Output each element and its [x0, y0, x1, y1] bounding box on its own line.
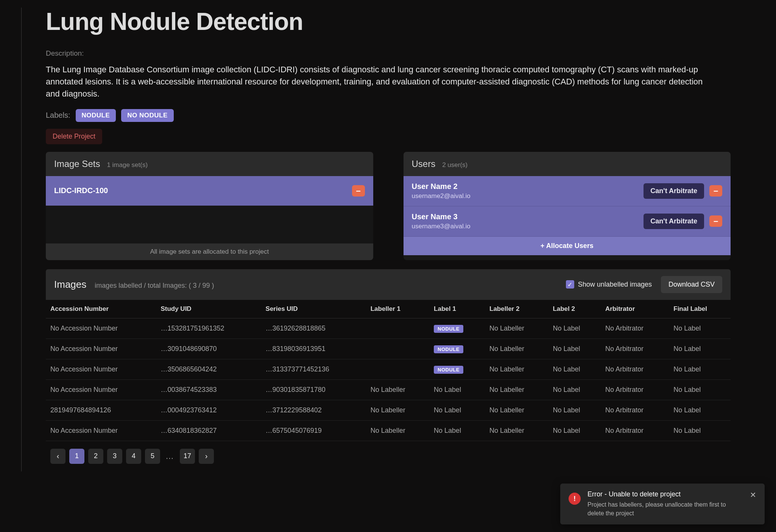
description-body: The Lung Image Database Consortium image…	[22, 64, 703, 100]
table-cell: No Labeller	[485, 318, 548, 339]
images-panel: Images images labelled / total Images: (…	[46, 269, 731, 471]
table-cell: No Accession Number	[46, 359, 156, 379]
table-row[interactable]: No Accession Number…6340818362827…657504…	[46, 420, 731, 441]
table-cell	[366, 359, 429, 379]
table-cell: No Accession Number	[46, 420, 156, 441]
col-study-uid: Study UID	[156, 300, 261, 318]
toast-close-button[interactable]: ✕	[750, 490, 756, 499]
user-email: username3@aival.io	[412, 223, 471, 230]
page-next-button[interactable]: ›	[199, 449, 214, 464]
col-label1: Label 1	[429, 300, 485, 318]
users-count: 2 user(s)	[442, 161, 467, 169]
col-labeller1: Labeller 1	[366, 300, 429, 318]
table-cell: No Labeller	[485, 400, 548, 420]
col-labeller2: Labeller 2	[485, 300, 548, 318]
page-number-button[interactable]: 5	[145, 449, 160, 464]
page-number-button[interactable]: 2	[88, 449, 103, 464]
users-title: Users	[412, 159, 436, 169]
table-cell: No Accession Number	[46, 339, 156, 359]
images-table: Accession Number Study UID Series UID La…	[46, 300, 731, 441]
col-final-label: Final Label	[669, 300, 731, 318]
user-name: User Name 3	[412, 212, 471, 221]
description-label: Description:	[22, 49, 731, 58]
table-cell: NODULE	[429, 339, 485, 359]
show-unlabelled-toggle[interactable]: ✓ Show unlabelled images	[566, 280, 652, 289]
user-row: User Name 3 username3@aival.io Can't Arb…	[404, 206, 731, 237]
label-chip[interactable]: NODULE	[76, 109, 116, 122]
error-toast: ! Error - Unable to delete project Proje…	[560, 484, 765, 524]
image-set-name: LIDC-IRDC-100	[54, 186, 108, 195]
toast-title: Error - Unable to delete project	[587, 490, 743, 498]
table-cell: No Arbitrator	[601, 359, 669, 379]
col-label2: Label 2	[548, 300, 601, 318]
table-cell: …313373771452136	[261, 359, 366, 379]
table-row[interactable]: No Accession Number…3506865604242…313373…	[46, 359, 731, 379]
table-cell: No Label	[548, 379, 601, 400]
table-cell: NODULE	[429, 359, 485, 379]
table-cell: No Arbitrator	[601, 318, 669, 339]
table-cell: No Arbitrator	[601, 420, 669, 441]
table-cell: No Labeller	[366, 379, 429, 400]
image-sets-count: 1 image set(s)	[107, 161, 148, 169]
table-cell: No Label	[429, 379, 485, 400]
table-cell: No Label	[548, 420, 601, 441]
table-cell: No Label	[548, 339, 601, 359]
table-cell: No Arbitrator	[601, 339, 669, 359]
page-prev-button[interactable]: ‹	[50, 449, 65, 464]
toast-message: Project has labellers, please unallocate…	[587, 501, 743, 518]
table-cell: …83198036913951	[261, 339, 366, 359]
image-sets-title: Image Sets	[54, 159, 100, 169]
table-cell: …36192628818865	[261, 318, 366, 339]
image-sets-panel: Image Sets 1 image set(s) LIDC-IRDC-100 …	[46, 152, 373, 260]
remove-set-button[interactable]: –	[352, 185, 365, 197]
page-number-button[interactable]: 1	[69, 449, 84, 464]
table-cell: No Accession Number	[46, 379, 156, 400]
show-unlabelled-label: Show unlabelled images	[578, 281, 652, 289]
table-cell: No Labeller	[485, 379, 548, 400]
cant-arbitrate-button[interactable]: Can't Arbitrate	[644, 214, 704, 229]
table-cell: No Labeller	[366, 400, 429, 420]
image-set-row[interactable]: LIDC-IRDC-100 –	[46, 176, 373, 206]
table-cell: No Labeller	[485, 339, 548, 359]
table-cell: No Label	[669, 318, 731, 339]
table-cell: No Label	[548, 400, 601, 420]
table-cell: No Label	[548, 318, 601, 339]
user-email: username2@aival.io	[412, 192, 471, 200]
table-row[interactable]: No Accession Number…153281751961352…3619…	[46, 318, 731, 339]
remove-user-button[interactable]: –	[709, 215, 722, 227]
page-last-button[interactable]: 17	[180, 449, 195, 464]
table-cell: NODULE	[429, 318, 485, 339]
table-cell	[366, 318, 429, 339]
remove-user-button[interactable]: –	[709, 185, 722, 197]
table-cell: No Labeller	[485, 359, 548, 379]
pager: ‹ 12345 … 17 ›	[46, 441, 731, 471]
cant-arbitrate-button[interactable]: Can't Arbitrate	[644, 183, 704, 199]
label-tag: NODULE	[434, 345, 463, 353]
download-csv-button[interactable]: Download CSV	[661, 276, 722, 293]
allocate-users-button[interactable]: + Allocate Users	[404, 237, 731, 255]
delete-project-button[interactable]: Delete Project	[46, 129, 102, 144]
table-row[interactable]: No Accession Number…0038674523383…903018…	[46, 379, 731, 400]
user-row: User Name 2 username2@aival.io Can't Arb…	[404, 176, 731, 206]
user-name: User Name 2	[412, 182, 471, 191]
table-cell: …6575045076919	[261, 420, 366, 441]
table-cell: …0004923763412	[156, 400, 261, 420]
table-cell: …3506865604242	[156, 359, 261, 379]
table-row[interactable]: No Accession Number…3091048690870…831980…	[46, 339, 731, 359]
labels-row: Labels: NODULE NO NODULE	[22, 109, 731, 122]
col-series-uid: Series UID	[261, 300, 366, 318]
table-cell: No Arbitrator	[601, 379, 669, 400]
label-chip[interactable]: NO NODULE	[121, 109, 174, 122]
page-number-button[interactable]: 4	[126, 449, 141, 464]
table-cell: No Label	[669, 339, 731, 359]
image-sets-footer: All image sets are allocated to this pro…	[46, 243, 373, 260]
image-sets-empty	[46, 206, 373, 243]
labels-title: Labels:	[46, 111, 70, 120]
table-cell	[366, 339, 429, 359]
table-row[interactable]: 2819497684894126…0004923763412…371222958…	[46, 400, 731, 420]
label-tag: NODULE	[434, 325, 463, 333]
error-icon: !	[569, 493, 581, 505]
page-number-button[interactable]: 3	[107, 449, 122, 464]
users-panel: Users 2 user(s) User Name 2 username2@ai…	[404, 152, 731, 260]
images-sub: images labelled / total Images: ( 3 / 99…	[95, 282, 214, 290]
